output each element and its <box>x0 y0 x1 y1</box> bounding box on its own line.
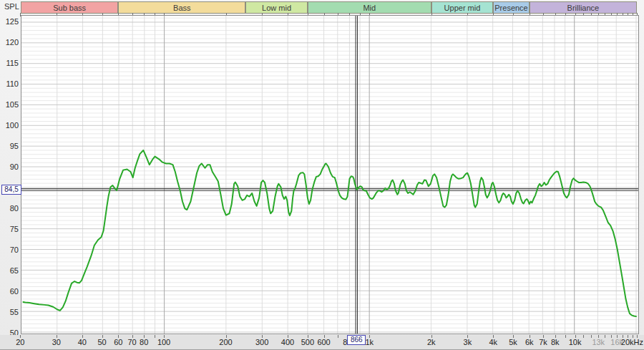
band-segment-bass: Bass <box>118 1 245 14</box>
x-axis-label-200: 200 <box>212 338 240 346</box>
x-axis-label-600: 600 <box>310 338 338 346</box>
x-axis-label-30: 30 <box>42 338 71 346</box>
band-segment-sub-bass: Sub bass <box>21 1 118 14</box>
y-axis-label-90: 90 <box>0 162 19 171</box>
band-segment-brilliance: Brilliance <box>530 1 637 14</box>
y-axis-label-75: 75 <box>0 225 19 233</box>
spl-frequency-response-chart: SPL Sub bassBassLow midMidUpper midPrese… <box>0 0 644 350</box>
y-axis-label-105: 105 <box>0 100 19 109</box>
y-axis-label-55: 55 <box>0 308 19 316</box>
x-axis-label-3k: 3k <box>453 338 482 346</box>
y-axis-label-80: 80 <box>0 204 19 213</box>
plot-canvas <box>21 16 638 334</box>
x-axis-label-100: 100 <box>150 338 178 346</box>
cursor-frequency-readout[interactable]: 866 <box>347 335 366 345</box>
cursor-spl-readout[interactable]: 84,5 <box>1 185 21 195</box>
y-axis-label-125: 125 <box>0 17 19 26</box>
y-axis-label-100: 100 <box>0 121 19 130</box>
y-axis-label-65: 65 <box>0 266 19 275</box>
plot-area[interactable] <box>21 15 639 334</box>
band-segment-upper-mid: Upper mid <box>431 1 493 14</box>
y-axis-label-120: 120 <box>0 38 19 47</box>
x-axis-label-20khz: 20kHz <box>615 338 643 346</box>
y-axis-label-95: 95 <box>0 142 19 150</box>
x-axis-strip: 866 203040506070801002003004005006008001… <box>0 335 644 350</box>
x-axis-label-2k: 2k <box>417 338 446 346</box>
y-axis-label-60: 60 <box>0 287 19 296</box>
frequency-band-strip: Sub bassBassLow midMidUpper midPresenceB… <box>0 1 644 15</box>
y-axis-label-115: 115 <box>0 59 19 67</box>
y-axis-label-110: 110 <box>0 79 19 88</box>
y-axis-label-70: 70 <box>0 246 19 254</box>
x-axis-label-300: 300 <box>248 338 276 346</box>
band-segment-mid: Mid <box>308 1 431 14</box>
band-segment-presence: Presence <box>493 1 530 14</box>
band-segment-low-mid: Low mid <box>245 1 307 14</box>
x-axis-label-20: 20 <box>6 338 34 346</box>
